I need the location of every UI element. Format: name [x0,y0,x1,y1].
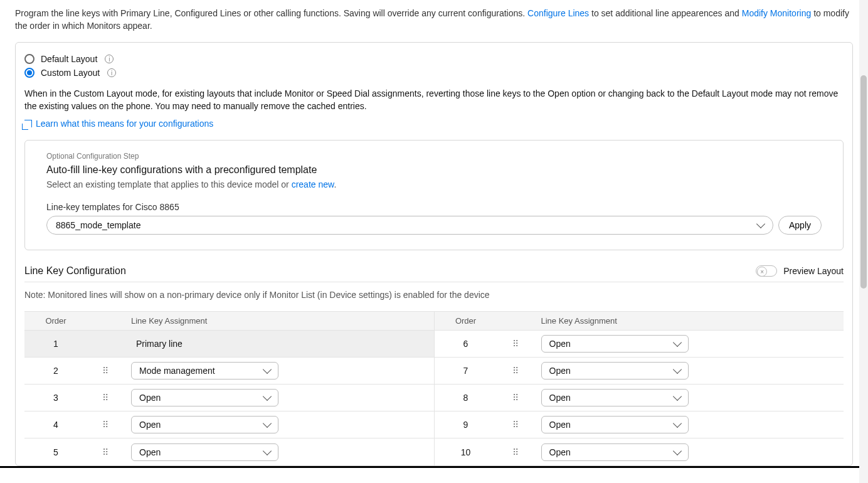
chevron-down-icon [672,447,681,455]
order-cell: 5 [24,447,87,457]
drag-handle-icon[interactable] [512,447,520,457]
order-cell: 8 [435,393,497,403]
scrollbar[interactable] [859,0,868,468]
configure-lines-link[interactable]: Configure Lines [527,8,589,18]
chevron-down-icon [672,338,681,347]
assignment-select[interactable]: Open [541,362,689,380]
assignment-select[interactable]: Open [131,389,278,406]
layout-radio-group: Default Layout i Custom Layout i [24,54,844,78]
drag-handle-icon[interactable] [102,366,110,376]
th-order: Order [435,316,497,326]
table-row: 2 Mode management [24,358,434,385]
default-layout-label: Default Layout [41,54,97,64]
chevron-down-icon [672,365,681,374]
drag-handle-icon[interactable] [102,393,110,403]
assignment-select[interactable]: Open [541,416,689,433]
assignment-select[interactable]: Open [541,443,689,461]
th-assignment: Line Key Assignment [125,316,434,326]
info-icon[interactable]: i [107,68,116,77]
drag-handle-icon[interactable] [102,447,110,457]
order-cell: 4 [24,420,87,430]
chevron-down-icon [263,447,272,455]
info-icon[interactable]: i [105,55,114,63]
assignment-select[interactable]: Open [131,443,278,461]
table-row: 6 Open [435,331,844,358]
create-new-link[interactable]: create new [292,179,334,189]
default-layout-radio[interactable] [24,54,34,64]
drag-handle-icon[interactable] [512,339,520,349]
th-order: Order [24,316,87,326]
preview-layout-label: Preview Layout [783,266,844,276]
order-cell: 2 [24,366,87,376]
assignment-select[interactable]: Open [131,416,278,433]
drag-handle-icon[interactable] [512,366,520,376]
modify-monitoring-link[interactable]: Modify Monitoring [742,8,812,18]
template-title: Auto-fill line-key configurations with a… [46,164,822,176]
external-link-icon [24,120,32,127]
chevron-down-icon [672,392,681,401]
line-key-col-left: Order Line Key Assignment 1 Primary line… [24,312,435,465]
intro-text: Program the line keys with Primary Line,… [15,8,853,32]
line-key-config-header: Line Key Configuration Preview Layout [24,265,844,282]
custom-layout-label: Custom Layout [41,68,100,78]
table-row: 7 Open [435,358,844,385]
chevron-down-icon [263,392,272,401]
assignment-select[interactable]: Open [541,389,689,406]
learn-more-link[interactable]: Learn what this means for your configura… [24,119,844,129]
table-row: 10 Open [435,438,844,465]
template-select[interactable]: 8865_mode_template [46,216,773,235]
template-subtitle: Select an existing template that applies… [46,179,822,189]
line-key-note: Note: Monitored lines will show on a non… [24,290,844,300]
apply-button[interactable]: Apply [778,216,822,235]
scrollbar-thumb[interactable] [860,75,867,289]
drag-handle-icon[interactable] [512,393,520,403]
drag-handle-icon[interactable] [512,420,520,430]
order-cell: 3 [24,393,87,403]
optional-step-label: Optional Configuration Step [46,152,822,161]
order-cell: 6 [435,339,497,349]
assignment-select[interactable]: Mode management [131,362,278,380]
table-row: 1 Primary line [24,331,434,358]
table-row: 5 Open [24,438,434,465]
layout-card: Default Layout i Custom Layout i When in… [15,42,853,466]
table-row: 9 Open [435,411,844,438]
template-field-label: Line-key templates for Cisco 8865 [46,202,822,212]
section-title: Line Key Configuration [24,265,126,277]
line-key-col-right: Order Line Key Assignment 6 Open 7 Open … [435,312,844,465]
order-cell: 7 [435,366,497,376]
table-row: 8 Open [435,385,844,411]
th-assignment: Line Key Assignment [535,316,844,326]
line-key-table: Order Line Key Assignment 1 Primary line… [24,311,844,465]
table-row: 3 Open [24,385,434,411]
assignment-select[interactable]: Open [541,335,689,353]
custom-layout-description: When in the Custom Layout mode, for exis… [24,88,844,112]
order-cell: 1 [24,339,87,349]
order-cell: 9 [435,420,497,430]
primary-line-text: Primary line [131,339,423,349]
chevron-down-icon [756,220,765,228]
template-box: Optional Configuration Step Auto-fill li… [24,140,844,250]
custom-layout-radio[interactable] [24,68,34,78]
preview-layout-toggle[interactable] [756,265,777,277]
chevron-down-icon [263,365,272,374]
order-cell: 10 [435,447,497,457]
chevron-down-icon [263,419,272,428]
drag-handle-icon[interactable] [102,420,110,430]
chevron-down-icon [672,419,681,428]
table-row: 4 Open [24,411,434,438]
